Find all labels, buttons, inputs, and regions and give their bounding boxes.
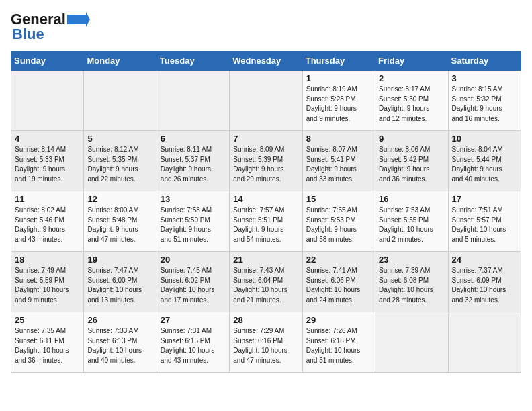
day-info: Sunrise: 8:00 AM Sunset: 5:48 PM Dayligh… — [87, 205, 152, 244]
calendar-cell: 27Sunrise: 7:31 AM Sunset: 6:15 PM Dayli… — [157, 312, 229, 373]
calendar-cell — [448, 312, 521, 373]
calendar-cell: 6Sunrise: 8:11 AM Sunset: 5:37 PM Daylig… — [157, 131, 229, 191]
day-number: 21 — [233, 255, 298, 265]
day-number: 9 — [379, 134, 444, 144]
calendar-table: SundayMondayTuesdayWednesdayThursdayFrid… — [11, 51, 521, 373]
calendar-cell: 18Sunrise: 7:49 AM Sunset: 5:59 PM Dayli… — [11, 252, 84, 312]
day-number: 27 — [161, 315, 226, 325]
day-number: 5 — [87, 134, 152, 144]
calendar-cell: 9Sunrise: 8:06 AM Sunset: 5:42 PM Daylig… — [375, 131, 448, 191]
calendar-cell: 11Sunrise: 8:02 AM Sunset: 5:46 PM Dayli… — [11, 191, 84, 252]
day-info: Sunrise: 7:43 AM Sunset: 6:04 PM Dayligh… — [233, 266, 298, 305]
calendar-cell — [84, 71, 157, 131]
day-number: 17 — [452, 194, 517, 204]
calendar-cell: 26Sunrise: 7:33 AM Sunset: 6:13 PM Dayli… — [84, 312, 157, 373]
calendar-cell: 2Sunrise: 8:17 AM Sunset: 5:30 PM Daylig… — [375, 71, 448, 131]
calendar-cell: 12Sunrise: 8:00 AM Sunset: 5:48 PM Dayli… — [84, 191, 157, 252]
day-info: Sunrise: 8:06 AM Sunset: 5:42 PM Dayligh… — [379, 145, 444, 184]
day-number: 22 — [306, 255, 371, 265]
weekday-header-thursday: Thursday — [302, 52, 375, 71]
day-number: 14 — [233, 194, 298, 204]
calendar-cell — [230, 71, 302, 131]
day-number: 1 — [306, 73, 371, 83]
day-info: Sunrise: 7:26 AM Sunset: 6:18 PM Dayligh… — [306, 326, 371, 365]
calendar-cell: 23Sunrise: 7:39 AM Sunset: 6:08 PM Dayli… — [375, 252, 448, 312]
day-info: Sunrise: 8:15 AM Sunset: 5:32 PM Dayligh… — [452, 85, 517, 124]
calendar-cell: 8Sunrise: 8:07 AM Sunset: 5:41 PM Daylig… — [302, 131, 375, 191]
calendar-cell: 21Sunrise: 7:43 AM Sunset: 6:04 PM Dayli… — [230, 252, 302, 312]
calendar-cell: 17Sunrise: 7:51 AM Sunset: 5:57 PM Dayli… — [448, 191, 521, 252]
day-number: 8 — [306, 134, 371, 144]
day-info: Sunrise: 7:55 AM Sunset: 5:53 PM Dayligh… — [306, 205, 371, 244]
day-info: Sunrise: 7:29 AM Sunset: 6:16 PM Dayligh… — [233, 326, 298, 365]
calendar-cell: 13Sunrise: 7:58 AM Sunset: 5:50 PM Dayli… — [157, 191, 229, 252]
day-number: 13 — [161, 194, 226, 204]
day-info: Sunrise: 7:45 AM Sunset: 6:02 PM Dayligh… — [161, 266, 226, 305]
day-info: Sunrise: 8:02 AM Sunset: 5:46 PM Dayligh… — [15, 205, 80, 244]
weekday-header-tuesday: Tuesday — [157, 52, 229, 71]
day-info: Sunrise: 8:12 AM Sunset: 5:35 PM Dayligh… — [87, 145, 152, 184]
calendar-cell — [11, 71, 84, 131]
calendar-row-1: 4Sunrise: 8:14 AM Sunset: 5:33 PM Daylig… — [11, 131, 521, 191]
day-number: 29 — [306, 315, 371, 325]
calendar-row-4: 25Sunrise: 7:35 AM Sunset: 6:11 PM Dayli… — [11, 312, 521, 373]
calendar-row-0: 1Sunrise: 8:19 AM Sunset: 5:28 PM Daylig… — [11, 71, 521, 131]
day-info: Sunrise: 7:53 AM Sunset: 5:55 PM Dayligh… — [379, 205, 444, 244]
calendar-cell: 22Sunrise: 7:41 AM Sunset: 6:06 PM Dayli… — [302, 252, 375, 312]
day-info: Sunrise: 8:11 AM Sunset: 5:37 PM Dayligh… — [161, 145, 226, 184]
day-number: 15 — [306, 194, 371, 204]
day-number: 24 — [452, 255, 517, 265]
day-info: Sunrise: 8:04 AM Sunset: 5:44 PM Dayligh… — [452, 145, 517, 184]
calendar-cell: 1Sunrise: 8:19 AM Sunset: 5:28 PM Daylig… — [302, 71, 375, 131]
day-info: Sunrise: 8:17 AM Sunset: 5:30 PM Dayligh… — [379, 85, 444, 124]
calendar-cell: 14Sunrise: 7:57 AM Sunset: 5:51 PM Dayli… — [230, 191, 302, 252]
weekday-header-friday: Friday — [375, 52, 448, 71]
calendar-cell: 20Sunrise: 7:45 AM Sunset: 6:02 PM Dayli… — [157, 252, 229, 312]
calendar-cell: 29Sunrise: 7:26 AM Sunset: 6:18 PM Dayli… — [302, 312, 375, 373]
calendar-cell — [375, 312, 448, 373]
calendar-cell: 7Sunrise: 8:09 AM Sunset: 5:39 PM Daylig… — [230, 131, 302, 191]
day-number: 6 — [161, 134, 226, 144]
calendar-cell: 16Sunrise: 7:53 AM Sunset: 5:55 PM Dayli… — [375, 191, 448, 252]
logo-arrow-icon — [67, 12, 90, 27]
day-number: 3 — [452, 73, 517, 83]
day-info: Sunrise: 7:58 AM Sunset: 5:50 PM Dayligh… — [161, 205, 226, 244]
calendar-cell: 10Sunrise: 8:04 AM Sunset: 5:44 PM Dayli… — [448, 131, 521, 191]
day-info: Sunrise: 8:19 AM Sunset: 5:28 PM Dayligh… — [306, 85, 371, 124]
day-number: 11 — [15, 194, 80, 204]
calendar-cell: 24Sunrise: 7:37 AM Sunset: 6:09 PM Dayli… — [448, 252, 521, 312]
day-info: Sunrise: 7:51 AM Sunset: 5:57 PM Dayligh… — [452, 205, 517, 244]
day-info: Sunrise: 7:33 AM Sunset: 6:13 PM Dayligh… — [87, 326, 152, 365]
day-number: 2 — [379, 73, 444, 83]
day-number: 23 — [379, 255, 444, 265]
weekday-header-monday: Monday — [84, 52, 157, 71]
day-number: 7 — [233, 134, 298, 144]
calendar-cell: 5Sunrise: 8:12 AM Sunset: 5:35 PM Daylig… — [84, 131, 157, 191]
day-info: Sunrise: 8:07 AM Sunset: 5:41 PM Dayligh… — [306, 145, 371, 184]
calendar-row-3: 18Sunrise: 7:49 AM Sunset: 5:59 PM Dayli… — [11, 252, 521, 312]
day-info: Sunrise: 7:31 AM Sunset: 6:15 PM Dayligh… — [161, 326, 226, 365]
day-number: 28 — [233, 315, 298, 325]
day-number: 20 — [161, 255, 226, 265]
day-info: Sunrise: 7:49 AM Sunset: 5:59 PM Dayligh… — [15, 266, 80, 305]
calendar-row-2: 11Sunrise: 8:02 AM Sunset: 5:46 PM Dayli… — [11, 191, 521, 252]
day-info: Sunrise: 8:14 AM Sunset: 5:33 PM Dayligh… — [15, 145, 80, 184]
calendar-cell: 15Sunrise: 7:55 AM Sunset: 5:53 PM Dayli… — [302, 191, 375, 252]
weekday-header-sunday: Sunday — [11, 52, 84, 71]
calendar-cell: 28Sunrise: 7:29 AM Sunset: 6:16 PM Dayli… — [230, 312, 302, 373]
logo: General Blue — [11, 11, 90, 43]
logo-blue: Blue — [11, 26, 44, 43]
weekday-header-wednesday: Wednesday — [230, 52, 302, 71]
calendar-cell — [157, 71, 229, 131]
day-number: 26 — [87, 315, 152, 325]
calendar-cell: 3Sunrise: 8:15 AM Sunset: 5:32 PM Daylig… — [448, 71, 521, 131]
calendar-cell: 25Sunrise: 7:35 AM Sunset: 6:11 PM Dayli… — [11, 312, 84, 373]
day-number: 4 — [15, 134, 80, 144]
svg-marker-0 — [67, 12, 90, 27]
day-number: 19 — [87, 255, 152, 265]
day-number: 25 — [15, 315, 80, 325]
weekday-header-row: SundayMondayTuesdayWednesdayThursdayFrid… — [11, 52, 521, 71]
header: General Blue — [11, 11, 521, 43]
day-info: Sunrise: 7:57 AM Sunset: 5:51 PM Dayligh… — [233, 205, 298, 244]
day-info: Sunrise: 7:35 AM Sunset: 6:11 PM Dayligh… — [15, 326, 80, 365]
